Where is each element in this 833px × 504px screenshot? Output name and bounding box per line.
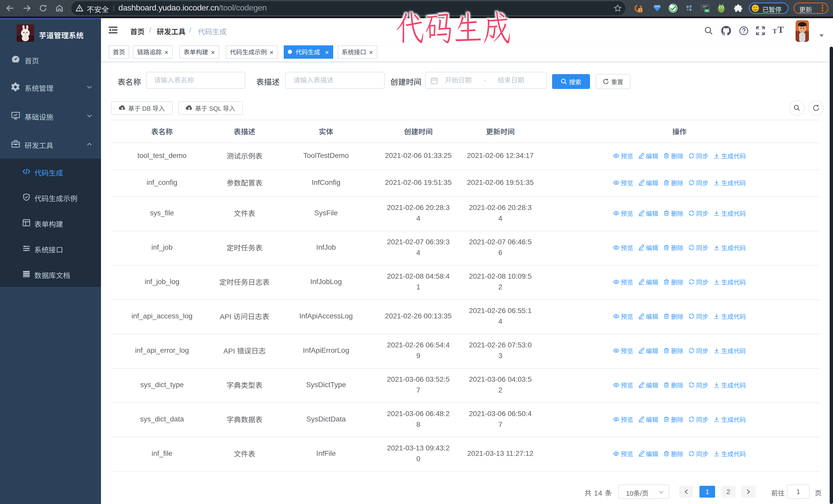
svg-text:1: 1 <box>639 8 641 12</box>
svg-text:on: on <box>705 9 709 12</box>
